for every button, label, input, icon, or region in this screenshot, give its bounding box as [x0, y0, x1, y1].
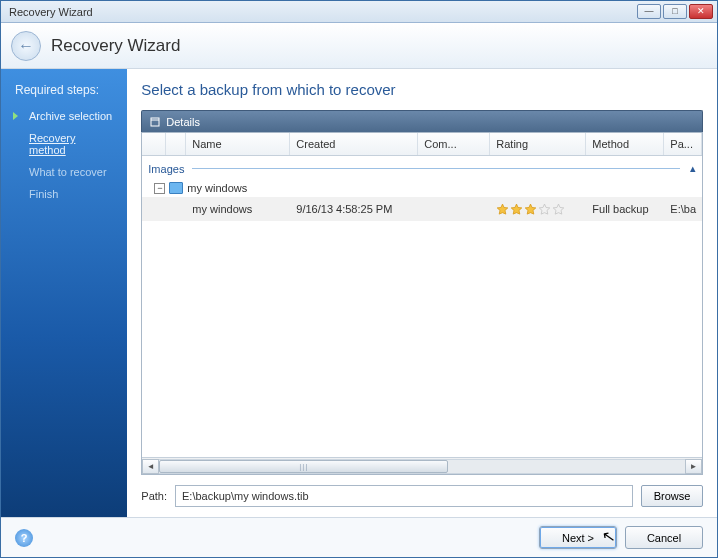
- scroll-left-button[interactable]: ◄: [142, 459, 159, 474]
- star-icon[interactable]: [538, 203, 551, 216]
- col-path[interactable]: Pa...: [664, 133, 702, 155]
- step-finish[interactable]: Finish: [1, 183, 127, 205]
- next-button[interactable]: Next >: [539, 526, 617, 549]
- group-images[interactable]: Images ▴: [142, 160, 702, 179]
- col-icon[interactable]: [166, 133, 186, 155]
- recovery-wizard-window: Recovery Wizard — □ ✕ ← Recovery Wizard …: [0, 0, 718, 558]
- page-title: Recovery Wizard: [51, 36, 180, 56]
- grid-header: Name Created Com... Rating Method Pa...: [142, 133, 702, 156]
- backup-row[interactable]: my windows 9/16/13 4:58:25 PM Full backu…: [142, 197, 702, 221]
- horizontal-scrollbar[interactable]: ◄ ||| ►: [142, 457, 702, 474]
- wizard-body: Required steps: Archive selection Recove…: [1, 69, 717, 517]
- cell-method: Full backup: [586, 201, 664, 217]
- group-divider: [192, 168, 680, 169]
- step-what-to-recover[interactable]: What to recover: [1, 161, 127, 183]
- browse-button[interactable]: Browse: [641, 485, 703, 507]
- cell-path: E:\ba: [664, 201, 702, 217]
- scroll-thumb[interactable]: |||: [159, 460, 448, 473]
- window-title: Recovery Wizard: [5, 6, 637, 18]
- archive-icon: [169, 182, 183, 194]
- back-button[interactable]: ←: [11, 31, 41, 61]
- star-icon[interactable]: [524, 203, 537, 216]
- sidebar-heading: Required steps:: [1, 79, 127, 105]
- cancel-button[interactable]: Cancel: [625, 526, 703, 549]
- step-label: Recovery method: [29, 132, 113, 156]
- scroll-track[interactable]: |||: [159, 459, 685, 474]
- step-label: Finish: [29, 188, 58, 200]
- window-controls: — □ ✕: [637, 4, 713, 19]
- wizard-header: ← Recovery Wizard: [1, 23, 717, 69]
- col-created[interactable]: Created: [290, 133, 418, 155]
- rating-stars[interactable]: [496, 203, 580, 216]
- details-toolbar[interactable]: Details: [141, 110, 703, 132]
- step-archive-selection[interactable]: Archive selection: [1, 105, 127, 127]
- path-input[interactable]: [175, 485, 633, 507]
- minimize-button[interactable]: —: [637, 4, 661, 19]
- cell-name: my windows: [186, 201, 290, 217]
- col-rating[interactable]: Rating: [490, 133, 586, 155]
- backup-grid: Name Created Com... Rating Method Pa... …: [141, 132, 703, 475]
- tree-collapse-icon[interactable]: −: [154, 183, 165, 194]
- col-comments[interactable]: Com...: [418, 133, 490, 155]
- path-row: Path: Browse: [141, 475, 703, 517]
- close-button[interactable]: ✕: [689, 4, 713, 19]
- arrow-left-icon: ←: [18, 37, 34, 55]
- group-label: Images: [148, 163, 184, 175]
- svg-rect-0: [151, 118, 159, 126]
- wizard-footer: ? Next > Cancel: [1, 517, 717, 557]
- maximize-button[interactable]: □: [663, 4, 687, 19]
- details-icon: [150, 117, 160, 127]
- col-name[interactable]: Name: [186, 133, 290, 155]
- scroll-right-button[interactable]: ►: [685, 459, 702, 474]
- archive-name: my windows: [187, 182, 247, 194]
- archive-node[interactable]: − my windows: [142, 179, 702, 197]
- main-panel: Select a backup from which to recover De…: [127, 69, 717, 517]
- details-label: Details: [166, 116, 200, 128]
- star-icon[interactable]: [496, 203, 509, 216]
- titlebar[interactable]: Recovery Wizard — □ ✕: [1, 1, 717, 23]
- path-label: Path:: [141, 490, 167, 502]
- cell-created: 9/16/13 4:58:25 PM: [290, 201, 418, 217]
- cell-rating: [490, 201, 586, 218]
- step-label: Archive selection: [29, 110, 112, 122]
- star-icon[interactable]: [552, 203, 565, 216]
- step-label: What to recover: [29, 166, 107, 178]
- col-expander[interactable]: [142, 133, 166, 155]
- grid-body: Images ▴ − my windows my windows 9/16/13…: [142, 156, 702, 457]
- help-icon[interactable]: ?: [15, 529, 33, 547]
- main-heading: Select a backup from which to recover: [141, 81, 703, 98]
- col-method[interactable]: Method: [586, 133, 664, 155]
- steps-sidebar: Required steps: Archive selection Recove…: [1, 69, 127, 517]
- collapse-icon[interactable]: ▴: [684, 162, 696, 175]
- cell-comments: [418, 207, 490, 211]
- step-recovery-method[interactable]: Recovery method: [1, 127, 127, 161]
- star-icon[interactable]: [510, 203, 523, 216]
